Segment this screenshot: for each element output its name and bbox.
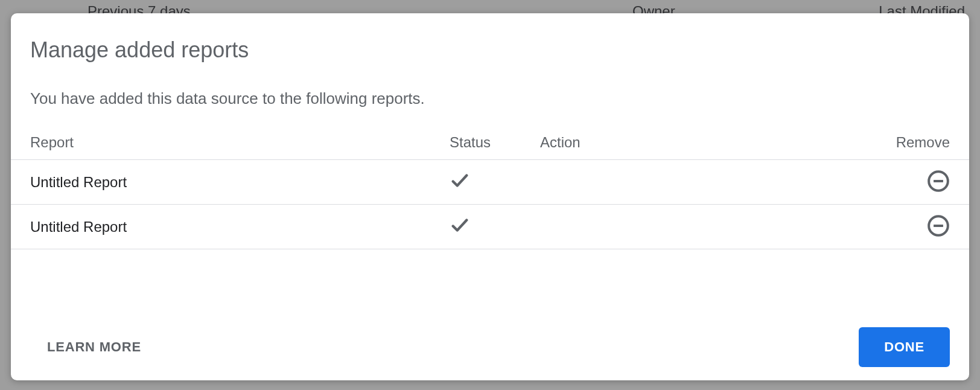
- remove-button[interactable]: [927, 171, 950, 194]
- column-header-status: Status: [450, 134, 540, 151]
- dialog-title: Manage added reports: [11, 13, 969, 63]
- dialog-footer: LEARN MORE DONE: [11, 327, 969, 380]
- report-name: Untitled Report: [30, 219, 450, 235]
- column-header-action: Action: [540, 134, 769, 151]
- table-row: Untitled Report: [11, 160, 969, 205]
- table-header: Report Status Action Remove: [11, 125, 969, 160]
- done-button[interactable]: DONE: [859, 327, 950, 367]
- check-icon: [450, 215, 470, 239]
- dialog-subtitle: You have added this data source to the f…: [11, 63, 969, 108]
- learn-more-button[interactable]: LEARN MORE: [30, 330, 158, 365]
- reports-table: Report Status Action Remove Untitled Rep…: [11, 125, 969, 249]
- remove-circle-icon: [927, 214, 950, 239]
- manage-reports-dialog: Manage added reports You have added this…: [11, 13, 969, 380]
- report-name: Untitled Report: [30, 174, 450, 191]
- check-icon: [450, 170, 470, 194]
- table-row: Untitled Report: [11, 205, 969, 249]
- remove-button[interactable]: [927, 216, 950, 238]
- remove-circle-icon: [927, 170, 950, 194]
- column-header-report: Report: [30, 134, 450, 151]
- column-header-remove: Remove: [769, 134, 950, 151]
